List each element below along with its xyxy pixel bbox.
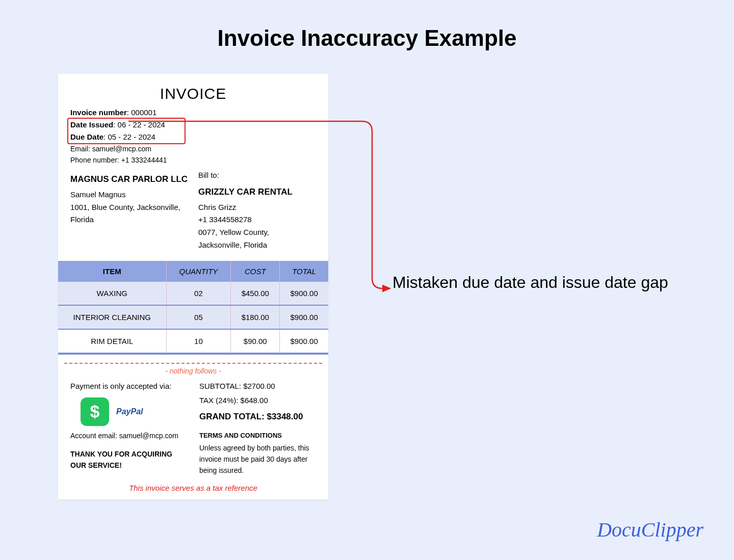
email-value: samuel@mcp.com	[92, 145, 151, 153]
billto-phone: +1 3344558278	[198, 214, 316, 226]
cell-cost: $450.00	[231, 282, 280, 305]
page-title: Invoice Inaccuracy Example	[0, 25, 734, 51]
invoice-number-value: 000001	[131, 108, 156, 117]
email-row: Email: samuel@mcp.com	[70, 143, 316, 154]
paypal-icon: PayPal	[116, 405, 143, 418]
cell-qty: 05	[166, 305, 231, 329]
tax-reference-note: This invoice serves as a tax reference	[58, 484, 328, 492]
col-cost: COST	[231, 261, 280, 282]
invoice-header: INVOICE	[58, 85, 328, 102]
terms-header: TERMS AND CONDITIONS	[199, 431, 316, 441]
table-row: INTERIOR CLEANING 05 $180.00 $900.00	[58, 305, 328, 329]
col-item: ITEM	[58, 261, 166, 282]
line-item-table: ITEM QUANTITY COST TOTAL WAXING 02 $450.…	[58, 261, 328, 355]
nothing-follows-note: - nothing follows -	[58, 367, 328, 375]
date-issued-value: 06 - 22 - 2024	[118, 120, 165, 129]
terms-body: Unless agreed by both parties, this invo…	[199, 442, 311, 476]
docuclipper-logo: DocuClipper	[597, 518, 703, 542]
billto-name: Chris Grizz	[198, 201, 316, 214]
invoice-document: INVOICE Invoice number: 000001 Date Issu…	[58, 74, 328, 499]
thank-you-note: THANK YOU FOR ACQUIRING OUR SERVICE!	[70, 448, 182, 471]
due-date-row: Due Date: 05 - 22 - 2024	[70, 131, 316, 143]
subtotal-row: SUBTOTAL: $2700.00	[199, 380, 316, 392]
payment-label: Payment is only accepted via:	[70, 380, 187, 392]
cell-cost: $180.00	[231, 305, 280, 329]
table-row: RIM DETAIL 10 $90.00 $900.00	[58, 329, 328, 354]
cell-qty: 02	[166, 282, 231, 305]
tax-row: TAX (24%): $648.00	[199, 394, 316, 407]
cell-total: $900.00	[280, 282, 328, 305]
divider-dashed	[64, 363, 322, 364]
payment-block: Payment is only accepted via: $ PayPal A…	[70, 380, 187, 476]
date-issued-row: Date Issued: 06 - 22 - 2024	[70, 119, 316, 131]
email-label: Email	[70, 145, 88, 153]
billto-company: GRIZZLY CAR RENTAL	[198, 185, 316, 199]
cell-item: RIM DETAIL	[58, 329, 166, 354]
billto-address-2: Jacksonville, Florida	[198, 239, 316, 252]
from-block: MAGNUS CAR PARLOR LLC Samuel Magnus 1001…	[70, 169, 188, 252]
from-address-2: Florida	[70, 214, 188, 226]
account-email: Account email: samuel@mcp.com	[70, 430, 187, 441]
phone-value: +1 333244441	[121, 156, 167, 164]
cell-item: INTERIOR CLEANING	[58, 305, 166, 329]
due-date-value: 05 - 22 - 2024	[108, 132, 155, 141]
cashapp-icon: $	[81, 397, 109, 426]
table-header-row: ITEM QUANTITY COST TOTAL	[58, 261, 328, 282]
cell-qty: 10	[166, 329, 231, 354]
totals-block: SUBTOTAL: $2700.00 TAX (24%): $648.00 GR…	[199, 380, 316, 476]
table-row: WAXING 02 $450.00 $900.00	[58, 282, 328, 305]
from-company: MAGNUS CAR PARLOR LLC	[70, 172, 188, 186]
cell-total: $900.00	[280, 305, 328, 329]
billto-label: Bill to:	[198, 169, 316, 182]
cell-item: WAXING	[58, 282, 166, 305]
cell-cost: $90.00	[231, 329, 280, 354]
col-total: TOTAL	[280, 261, 328, 282]
cell-total: $900.00	[280, 329, 328, 354]
billto-block: Bill to: GRIZZLY CAR RENTAL Chris Grizz …	[198, 169, 316, 252]
billto-address-1: 0077, Yellow County,	[198, 226, 316, 239]
due-date-label: Due Date	[70, 132, 103, 141]
grand-total-row: GRAND TOTAL: $3348.00	[199, 410, 316, 423]
invoice-meta-block: Invoice number: 000001 Date Issued: 06 -…	[58, 106, 328, 166]
invoice-number-label: Invoice number	[70, 108, 127, 117]
invoice-number-row: Invoice number: 000001	[70, 106, 316, 119]
from-address-1: 1001, Blue County, Jacksonville,	[70, 201, 188, 214]
phone-row: Phone number: +1 333244441	[70, 154, 316, 166]
annotation-callout: Mistaken due date and issue date gap	[392, 270, 668, 295]
date-issued-label: Date Issued	[70, 120, 113, 129]
from-name: Samuel Magnus	[70, 189, 188, 201]
col-quantity: QUANTITY	[166, 261, 231, 282]
phone-label: Phone number	[70, 156, 117, 164]
